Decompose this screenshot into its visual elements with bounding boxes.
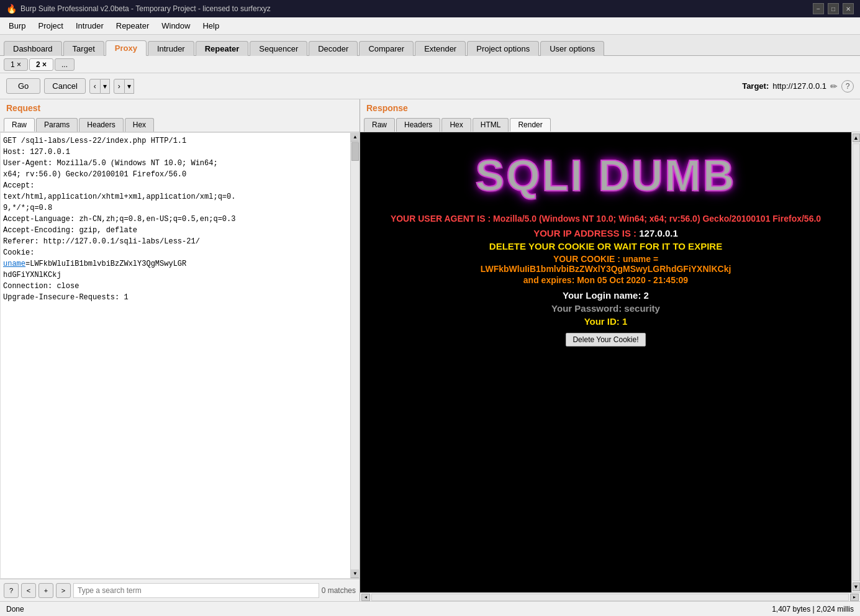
- sqli-title: SQLI DUMB: [373, 151, 839, 201]
- go-button[interactable]: Go: [6, 78, 40, 94]
- login-line: Your Login name: 2: [373, 290, 839, 301]
- response-tab-headers[interactable]: Headers: [396, 118, 440, 132]
- target-url: http://127.0.0.1: [772, 81, 826, 91]
- response-vscroll[interactable]: ▲ ▼: [851, 132, 860, 592]
- cookie-link[interactable]: uname: [3, 260, 25, 268]
- maximize-button[interactable]: □: [828, 3, 839, 14]
- password-value: security: [624, 303, 660, 314]
- response-tab-render[interactable]: Render: [510, 118, 550, 132]
- close-button[interactable]: ✕: [843, 3, 854, 14]
- request-content[interactable]: GET /sqli-labs/Less-22/index.php HTTP/1.…: [0, 132, 360, 579]
- password-line: Your Password: security: [373, 303, 839, 314]
- request-tab-headers[interactable]: Headers: [79, 118, 123, 132]
- request-panel: Request Raw Params Headers Hex GET /sqli…: [0, 99, 360, 601]
- response-panel-header: Response: [360, 99, 860, 117]
- expires-label: and expires:: [523, 275, 574, 285]
- request-tab-raw[interactable]: Raw: [4, 118, 35, 132]
- menu-intruder[interactable]: Intruder: [71, 20, 109, 32]
- menu-repeater[interactable]: Repeater: [111, 20, 154, 32]
- tab-proxy[interactable]: Proxy: [106, 40, 147, 56]
- search-input[interactable]: [73, 583, 319, 598]
- user-agent-line: YOUR USER AGENT IS : Mozilla/5.0 (Window…: [373, 213, 839, 225]
- tab-comparer[interactable]: Comparer: [359, 41, 414, 56]
- search-prev-button[interactable]: <: [21, 583, 36, 598]
- ip-value: 127.0.0.1: [639, 228, 678, 238]
- scroll-thumb[interactable]: [351, 142, 359, 161]
- scroll-down-arrow[interactable]: ▼: [351, 569, 360, 578]
- cookie-line: YOUR COOKIE : uname = LWFkbWluIiB1bmlvbi…: [373, 254, 839, 274]
- forward-button[interactable]: ›: [114, 79, 125, 94]
- delete-cookie-msg: DELETE YOUR COOKIE OR WAIT FOR IT TO EXP…: [373, 241, 839, 251]
- hscroll-track: [371, 594, 849, 601]
- response-scroll-down[interactable]: ▼: [853, 582, 860, 591]
- scroll-track: [351, 142, 359, 569]
- search-options-button[interactable]: >: [56, 583, 71, 598]
- tab-project-options[interactable]: Project options: [467, 41, 539, 56]
- delete-cookie-button[interactable]: Delete Your Cookie!: [566, 333, 645, 346]
- hscroll-left[interactable]: ◂: [361, 594, 370, 601]
- expires-line: and expires: Mon 05 Oct 2020 - 21:45:09: [373, 275, 839, 285]
- title-bar: 🔥 Burp Suite Professional v2.0beta - Tem…: [0, 0, 860, 17]
- rendered-page: SQLI DUMB YOUR USER AGENT IS : Mozilla/5…: [360, 132, 851, 592]
- back-dropdown-button[interactable]: ▾: [101, 79, 110, 94]
- response-tab-hex[interactable]: Hex: [441, 118, 471, 132]
- id-value: 1: [622, 316, 627, 327]
- cancel-button[interactable]: Cancel: [44, 78, 85, 94]
- search-next-button[interactable]: +: [38, 583, 53, 598]
- tab-intruder[interactable]: Intruder: [148, 41, 194, 56]
- status-bar: Done 1,407 bytes | 2,024 millis: [0, 601, 860, 616]
- response-text-area: YOUR USER AGENT IS : Mozilla/5.0 (Window…: [373, 213, 839, 346]
- tab-target[interactable]: Target: [63, 41, 104, 56]
- menu-window[interactable]: Window: [156, 20, 195, 32]
- search-help-button[interactable]: ?: [4, 583, 19, 598]
- back-button[interactable]: ‹: [89, 79, 101, 94]
- menu-burp[interactable]: Burp: [4, 20, 30, 32]
- request-text: GET /sqli-labs/Less-22/index.php HTTP/1.…: [3, 135, 348, 303]
- expires-value: Mon 05 Oct 2020 - 21:45:09: [577, 275, 688, 285]
- tab-decoder[interactable]: Decoder: [309, 41, 358, 56]
- forward-dropdown-button[interactable]: ▾: [125, 79, 134, 94]
- response-scroll-up[interactable]: ▲: [853, 134, 860, 142]
- response-content: SQLI DUMB YOUR USER AGENT IS : Mozilla/5…: [360, 132, 860, 592]
- request-scrollbar[interactable]: ▲ ▼: [350, 133, 359, 578]
- target-label: Target:: [742, 81, 769, 91]
- tab-extender[interactable]: Extender: [415, 41, 466, 56]
- edit-icon[interactable]: ✏: [830, 81, 838, 91]
- content-area: Request Raw Params Headers Hex GET /sqli…: [0, 99, 860, 601]
- tab-sequencer[interactable]: Sequencer: [250, 41, 307, 56]
- cookie-label: YOUR COOKIE : uname =: [553, 254, 658, 264]
- sub-tab-2[interactable]: 2 ×: [29, 58, 53, 71]
- scroll-up-arrow[interactable]: ▲: [351, 133, 360, 142]
- back-nav-group: ‹ ▾: [89, 79, 110, 94]
- app-icon: 🔥: [6, 4, 17, 14]
- minimize-button[interactable]: −: [813, 3, 824, 14]
- ip-line: YOUR IP ADDRESS IS : 127.0.0.1: [373, 228, 839, 238]
- menu-project[interactable]: Project: [33, 20, 68, 32]
- password-label: Your Password:: [551, 303, 622, 314]
- response-scroll-track: [853, 143, 860, 581]
- response-panel: Response Raw Headers Hex HTML Render SQL…: [360, 99, 860, 601]
- search-matches: 0 matches: [322, 586, 356, 595]
- tab-user-options[interactable]: User options: [540, 41, 604, 56]
- login-value: 2: [644, 290, 649, 301]
- request-tab-params[interactable]: Params: [36, 118, 78, 132]
- sub-tab-1[interactable]: 1 ×: [4, 58, 28, 71]
- hscroll-right[interactable]: ▸: [850, 594, 859, 601]
- response-tab-raw[interactable]: Raw: [364, 118, 395, 132]
- main-tab-bar: Dashboard Target Proxy Intruder Repeater…: [0, 35, 860, 56]
- request-tab-hex[interactable]: Hex: [125, 118, 154, 132]
- tab-repeater[interactable]: Repeater: [196, 41, 249, 56]
- target-info: Target: http://127.0.0.1 ✏ ?: [742, 80, 854, 93]
- status-info: 1,407 bytes | 2,024 millis: [772, 605, 854, 614]
- search-bar: ? < + > 0 matches: [0, 579, 360, 601]
- request-panel-header: Request: [0, 99, 360, 117]
- response-panel-tabs: Raw Headers Hex HTML Render: [360, 117, 860, 132]
- tab-dashboard[interactable]: Dashboard: [4, 41, 62, 56]
- response-hscroll: ◂ ▸: [360, 592, 860, 601]
- toolbar-left: Go Cancel ‹ ▾ › ▾: [6, 78, 134, 94]
- response-tab-html[interactable]: HTML: [473, 118, 509, 132]
- sub-tab-more[interactable]: ...: [55, 58, 75, 71]
- status-text: Done: [6, 605, 24, 614]
- help-icon[interactable]: ?: [841, 80, 854, 93]
- menu-help[interactable]: Help: [197, 20, 224, 32]
